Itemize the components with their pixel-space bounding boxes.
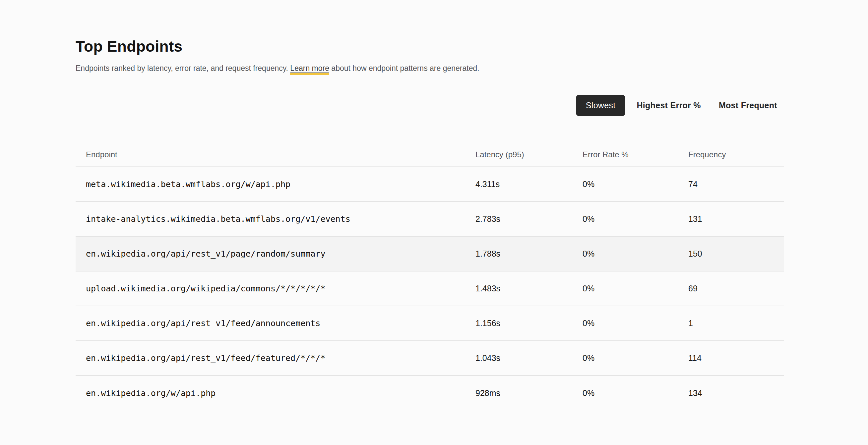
page-title: Top Endpoints [75,0,784,56]
endpoint-cell: intake-analytics.wikimedia.beta.wmflabs.… [75,214,475,224]
latency-cell: 928ms [475,388,583,398]
latency-cell: 1.788s [475,249,583,259]
table-row[interactable]: en.wikipedia.org/w/api.php 928ms 0% 134 [75,376,784,411]
subtitle-text-before: Endpoints ranked by latency, error rate,… [75,64,290,72]
table-header-row: Endpoint Latency (p95) Error Rate % Freq… [75,142,784,167]
frequency-cell: 69 [688,284,784,293]
endpoint-cell: en.wikipedia.org/api/rest_v1/page/random… [75,249,475,259]
table-row[interactable]: en.wikipedia.org/api/rest_v1/feed/featur… [75,341,784,376]
sort-toolbar: Slowest Highest Error % Most Frequent [75,95,784,116]
frequency-cell: 74 [688,179,784,189]
frequency-cell: 1 [688,318,784,328]
column-header-endpoint: Endpoint [75,150,475,159]
error-rate-cell: 0% [583,388,688,398]
frequency-cell: 134 [688,388,784,398]
latency-cell: 2.783s [475,214,583,224]
subtitle-text-after: about how endpoint patterns are generate… [329,64,479,72]
sort-button-slowest[interactable]: Slowest [576,95,626,116]
top-endpoints-section: Top Endpoints Endpoints ranked by latenc… [75,0,784,411]
column-header-error-rate: Error Rate % [583,150,688,159]
error-rate-cell: 0% [583,179,688,189]
sort-button-most-frequent[interactable]: Most Frequent [712,95,784,116]
column-header-frequency: Frequency [688,150,784,159]
page-subtitle: Endpoints ranked by latency, error rate,… [75,63,784,73]
frequency-cell: 114 [688,353,784,363]
error-rate-cell: 0% [583,353,688,363]
endpoint-cell: en.wikipedia.org/api/rest_v1/feed/announ… [75,318,475,328]
column-header-latency: Latency (p95) [475,150,583,159]
error-rate-cell: 0% [583,318,688,328]
table-row[interactable]: meta.wikimedia.beta.wmflabs.org/w/api.ph… [75,167,784,202]
sort-button-highest-error[interactable]: Highest Error % [630,95,707,116]
endpoint-cell: upload.wikimedia.org/wikipedia/commons/*… [75,284,475,293]
table-row-highlighted[interactable]: en.wikipedia.org/api/rest_v1/page/random… [75,237,784,272]
endpoint-cell: en.wikipedia.org/w/api.php [75,388,475,398]
learn-more-link[interactable]: Learn more [290,64,329,75]
endpoints-table: Endpoint Latency (p95) Error Rate % Freq… [75,142,784,411]
frequency-cell: 150 [688,249,784,259]
error-rate-cell: 0% [583,249,688,259]
error-rate-cell: 0% [583,284,688,293]
latency-cell: 4.311s [475,179,583,189]
endpoint-cell: en.wikipedia.org/api/rest_v1/feed/featur… [75,353,475,363]
table-row[interactable]: en.wikipedia.org/api/rest_v1/feed/announ… [75,306,784,341]
error-rate-cell: 0% [583,214,688,224]
latency-cell: 1.043s [475,353,583,363]
table-row[interactable]: upload.wikimedia.org/wikipedia/commons/*… [75,272,784,306]
latency-cell: 1.156s [475,318,583,328]
endpoint-cell: meta.wikimedia.beta.wmflabs.org/w/api.ph… [75,179,475,189]
frequency-cell: 131 [688,214,784,224]
table-row[interactable]: intake-analytics.wikimedia.beta.wmflabs.… [75,202,784,237]
latency-cell: 1.483s [475,284,583,293]
